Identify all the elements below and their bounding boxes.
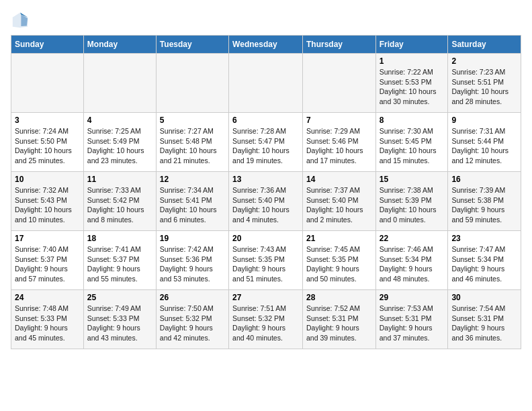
day-number: 9: [451, 116, 517, 125]
day-number: 3: [15, 116, 80, 125]
column-header-thursday: Thursday: [302, 36, 375, 54]
day-cell: 16Sunrise: 7:39 AM Sunset: 5:38 PM Dayli…: [448, 172, 521, 231]
day-info: Sunrise: 7:30 AM Sunset: 5:45 PM Dayligh…: [380, 126, 445, 166]
day-cell: 3Sunrise: 7:24 AM Sunset: 5:50 PM Daylig…: [11, 113, 84, 172]
column-header-sunday: Sunday: [11, 36, 84, 54]
day-cell: [83, 54, 156, 113]
day-info: Sunrise: 7:41 AM Sunset: 5:37 PM Dayligh…: [87, 244, 152, 284]
calendar-body: 1Sunrise: 7:22 AM Sunset: 5:53 PM Daylig…: [11, 54, 521, 349]
day-info: Sunrise: 7:25 AM Sunset: 5:49 PM Dayligh…: [87, 126, 152, 166]
day-number: 6: [232, 116, 299, 125]
day-cell: 10Sunrise: 7:32 AM Sunset: 5:43 PM Dayli…: [11, 172, 84, 231]
day-number: 22: [380, 234, 445, 243]
day-cell: 29Sunrise: 7:53 AM Sunset: 5:31 PM Dayli…: [375, 290, 448, 349]
day-cell: [11, 54, 84, 113]
day-cell: 28Sunrise: 7:52 AM Sunset: 5:31 PM Dayli…: [302, 290, 375, 349]
day-number: 5: [160, 116, 225, 125]
day-info: Sunrise: 7:50 AM Sunset: 5:32 PM Dayligh…: [160, 304, 225, 343]
day-info: Sunrise: 7:37 AM Sunset: 5:40 PM Dayligh…: [306, 185, 372, 225]
day-info: Sunrise: 7:27 AM Sunset: 5:48 PM Dayligh…: [160, 126, 225, 166]
day-cell: 12Sunrise: 7:34 AM Sunset: 5:41 PM Dayli…: [156, 172, 228, 231]
day-cell: 18Sunrise: 7:41 AM Sunset: 5:37 PM Dayli…: [83, 231, 156, 290]
day-info: Sunrise: 7:48 AM Sunset: 5:33 PM Dayligh…: [15, 304, 80, 343]
day-info: Sunrise: 7:46 AM Sunset: 5:34 PM Dayligh…: [380, 244, 445, 284]
logo-icon: [11, 11, 30, 30]
day-cell: 17Sunrise: 7:40 AM Sunset: 5:37 PM Dayli…: [11, 231, 84, 290]
day-number: 20: [232, 234, 299, 243]
day-number: 17: [15, 234, 80, 243]
day-info: Sunrise: 7:47 AM Sunset: 5:34 PM Dayligh…: [451, 244, 517, 284]
day-info: Sunrise: 7:24 AM Sunset: 5:50 PM Dayligh…: [15, 126, 80, 166]
day-cell: 26Sunrise: 7:50 AM Sunset: 5:32 PM Dayli…: [156, 290, 228, 349]
day-info: Sunrise: 7:49 AM Sunset: 5:33 PM Dayligh…: [87, 304, 152, 343]
day-number: 21: [306, 234, 372, 243]
column-header-friday: Friday: [375, 36, 448, 54]
day-cell: 24Sunrise: 7:48 AM Sunset: 5:33 PM Dayli…: [11, 290, 84, 349]
day-cell: 2Sunrise: 7:23 AM Sunset: 5:51 PM Daylig…: [448, 54, 521, 113]
day-number: 10: [15, 175, 80, 184]
day-cell: 1Sunrise: 7:22 AM Sunset: 5:53 PM Daylig…: [375, 54, 448, 113]
day-info: Sunrise: 7:52 AM Sunset: 5:31 PM Dayligh…: [306, 304, 372, 343]
week-row-1: 1Sunrise: 7:22 AM Sunset: 5:53 PM Daylig…: [11, 54, 521, 113]
day-number: 13: [232, 175, 299, 184]
column-header-wednesday: Wednesday: [229, 36, 303, 54]
day-info: Sunrise: 7:29 AM Sunset: 5:46 PM Dayligh…: [306, 126, 372, 166]
day-number: 14: [306, 175, 372, 184]
day-cell: 4Sunrise: 7:25 AM Sunset: 5:49 PM Daylig…: [83, 113, 156, 172]
day-cell: 19Sunrise: 7:42 AM Sunset: 5:36 PM Dayli…: [156, 231, 228, 290]
day-number: 28: [306, 293, 372, 302]
day-cell: 6Sunrise: 7:28 AM Sunset: 5:47 PM Daylig…: [229, 113, 303, 172]
column-header-saturday: Saturday: [448, 36, 521, 54]
day-number: 23: [451, 234, 517, 243]
day-number: 29: [380, 293, 445, 302]
day-cell: 21Sunrise: 7:45 AM Sunset: 5:35 PM Dayli…: [302, 231, 375, 290]
day-info: Sunrise: 7:22 AM Sunset: 5:53 PM Dayligh…: [380, 67, 445, 107]
day-number: 11: [87, 175, 152, 184]
logo: [11, 11, 32, 30]
day-cell: [229, 54, 303, 113]
day-info: Sunrise: 7:28 AM Sunset: 5:47 PM Dayligh…: [232, 126, 299, 166]
calendar-table: SundayMondayTuesdayWednesdayThursdayFrid…: [11, 35, 521, 349]
day-info: Sunrise: 7:38 AM Sunset: 5:39 PM Dayligh…: [380, 185, 445, 225]
day-number: 8: [380, 116, 445, 125]
day-number: 18: [87, 234, 152, 243]
day-info: Sunrise: 7:42 AM Sunset: 5:36 PM Dayligh…: [160, 244, 225, 284]
day-info: Sunrise: 7:43 AM Sunset: 5:35 PM Dayligh…: [232, 244, 299, 284]
day-number: 26: [160, 293, 225, 302]
day-cell: 15Sunrise: 7:38 AM Sunset: 5:39 PM Dayli…: [375, 172, 448, 231]
day-info: Sunrise: 7:53 AM Sunset: 5:31 PM Dayligh…: [380, 304, 445, 343]
day-number: 2: [451, 56, 517, 66]
day-info: Sunrise: 7:36 AM Sunset: 5:40 PM Dayligh…: [232, 185, 299, 225]
day-cell: 22Sunrise: 7:46 AM Sunset: 5:34 PM Dayli…: [375, 231, 448, 290]
day-info: Sunrise: 7:33 AM Sunset: 5:42 PM Dayligh…: [87, 185, 152, 225]
day-info: Sunrise: 7:23 AM Sunset: 5:51 PM Dayligh…: [451, 67, 517, 107]
day-info: Sunrise: 7:31 AM Sunset: 5:44 PM Dayligh…: [451, 126, 517, 166]
day-cell: [156, 54, 228, 113]
calendar-header: SundayMondayTuesdayWednesdayThursdayFrid…: [11, 36, 521, 54]
day-number: 30: [451, 293, 517, 302]
day-cell: 30Sunrise: 7:54 AM Sunset: 5:31 PM Dayli…: [448, 290, 521, 349]
day-cell: 7Sunrise: 7:29 AM Sunset: 5:46 PM Daylig…: [302, 113, 375, 172]
day-number: 16: [451, 175, 517, 184]
day-cell: 20Sunrise: 7:43 AM Sunset: 5:35 PM Dayli…: [229, 231, 303, 290]
day-cell: 11Sunrise: 7:33 AM Sunset: 5:42 PM Dayli…: [83, 172, 156, 231]
column-header-monday: Monday: [83, 36, 156, 54]
day-number: 4: [87, 116, 152, 125]
day-info: Sunrise: 7:51 AM Sunset: 5:32 PM Dayligh…: [232, 304, 299, 343]
day-number: 25: [87, 293, 152, 302]
day-cell: 5Sunrise: 7:27 AM Sunset: 5:48 PM Daylig…: [156, 113, 228, 172]
day-cell: 27Sunrise: 7:51 AM Sunset: 5:32 PM Dayli…: [229, 290, 303, 349]
day-info: Sunrise: 7:32 AM Sunset: 5:43 PM Dayligh…: [15, 185, 80, 225]
column-header-tuesday: Tuesday: [156, 36, 228, 54]
week-row-2: 3Sunrise: 7:24 AM Sunset: 5:50 PM Daylig…: [11, 113, 521, 172]
week-row-5: 24Sunrise: 7:48 AM Sunset: 5:33 PM Dayli…: [11, 290, 521, 349]
day-cell: 9Sunrise: 7:31 AM Sunset: 5:44 PM Daylig…: [448, 113, 521, 172]
day-cell: [302, 54, 375, 113]
day-number: 12: [160, 175, 225, 184]
day-info: Sunrise: 7:54 AM Sunset: 5:31 PM Dayligh…: [451, 304, 517, 343]
day-number: 27: [232, 293, 299, 302]
day-cell: 8Sunrise: 7:30 AM Sunset: 5:45 PM Daylig…: [375, 113, 448, 172]
week-row-4: 17Sunrise: 7:40 AM Sunset: 5:37 PM Dayli…: [11, 231, 521, 290]
day-cell: 25Sunrise: 7:49 AM Sunset: 5:33 PM Dayli…: [83, 290, 156, 349]
day-cell: 14Sunrise: 7:37 AM Sunset: 5:40 PM Dayli…: [302, 172, 375, 231]
